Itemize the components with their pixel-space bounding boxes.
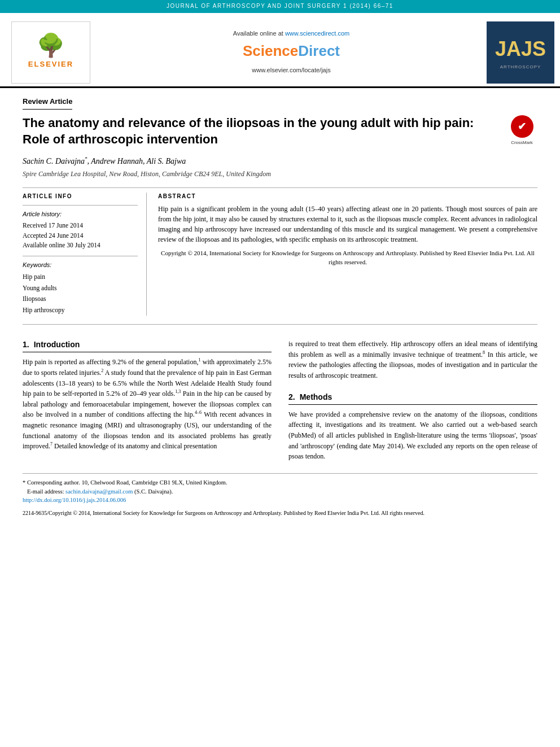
email-link[interactable]: sachin.daivajna@gmail.com xyxy=(65,488,133,495)
title-area: The anatomy and relevance of the iliopso… xyxy=(23,115,537,147)
elsevier-journal-url: www.elsevier.com/locate/jajs xyxy=(252,66,330,75)
introduction-heading: 1. Introduction xyxy=(23,339,272,352)
divider-info xyxy=(23,205,138,206)
footer-copyright: 2214-9635/Copyright © 2014, Internationa… xyxy=(23,509,537,517)
abstract-heading: ABSTRACT xyxy=(158,193,537,201)
available-online-text: Available online at www.sciencedirect.co… xyxy=(233,29,349,38)
introduction-column: 1. Introduction Hip pain is reported as … xyxy=(23,339,272,462)
doi-link[interactable]: http://dx.doi.org/10.1016/j.jajs.2014.06… xyxy=(23,497,126,503)
intro-title: Introduction xyxy=(34,339,80,350)
info-abstract-columns: ARTICLE INFO Article history: Received 1… xyxy=(23,193,537,316)
journal-logo-box: JAJS ARTHROSCOPY xyxy=(487,21,554,84)
affiliation-line: Spire Cambridge Lea Hospital, New Road, … xyxy=(23,169,537,179)
doi-note: http://dx.doi.org/10.1016/j.jajs.2014.06… xyxy=(23,496,537,505)
article-info-panel: ARTICLE INFO Article history: Received 1… xyxy=(23,193,147,316)
journal-logo-subtitle: ARTHROSCOPY xyxy=(500,64,541,71)
article-history-label: Article history: xyxy=(23,210,138,219)
journal-logo-text: JAJS xyxy=(495,34,546,64)
keywords-list: Hip pain Young adults Iliopsoas Hip arth… xyxy=(23,272,138,316)
abstract-panel: ABSTRACT Hip pain is a significant probl… xyxy=(158,193,537,316)
methods-heading: 2. Methods xyxy=(288,391,537,405)
keyword-4: Hip arthroscopy xyxy=(23,305,138,316)
elsevier-wordmark: ELSEVIER xyxy=(28,59,73,70)
authors-line: Sachin C. Daivajna*, Andrew Hannah, Ali … xyxy=(23,156,537,168)
journal-logo-area: JAJS ARTHROSCOPY xyxy=(481,19,560,86)
sciencedirect-url-link[interactable]: www.sciencedirect.com xyxy=(285,30,349,37)
journal-bar-text: JOURNAL OF ARTHROSCOPY AND JOINT SURGERY… xyxy=(167,3,393,9)
intro-paragraph-2: is required to treat them effectively. H… xyxy=(288,339,537,381)
received-date: Received 17 June 2014 xyxy=(23,221,138,230)
elsevier-logo-box: 🌳 ELSEVIER xyxy=(11,21,90,84)
article-info-heading: ARTICLE INFO xyxy=(23,193,138,201)
methods-num: 2. xyxy=(288,391,295,403)
abstract-copyright: Copyright © 2014, International Society … xyxy=(158,249,537,267)
divider-body xyxy=(23,324,537,325)
article-title: The anatomy and relevance of the iliopso… xyxy=(23,115,498,147)
corresponding-author-note: * Corresponding author. 10, Chelwood Roa… xyxy=(23,478,537,487)
keyword-2: Young adults xyxy=(23,283,138,294)
page-header: 🌳 ELSEVIER Available online at www.scien… xyxy=(0,13,560,88)
journal-bar: JOURNAL OF ARTHROSCOPY AND JOINT SURGERY… xyxy=(0,0,560,13)
intro-paragraph-1: Hip pain is reported as affecting 9.2% o… xyxy=(23,357,272,451)
author-names: Sachin C. Daivajna*, Andrew Hannah, Ali … xyxy=(23,157,186,165)
accepted-date: Accepted 24 June 2014 xyxy=(23,231,138,241)
sciencedirect-brand: ScienceDirect xyxy=(243,41,340,62)
main-content: Review Article The anatomy and relevance… xyxy=(0,88,560,529)
crossmark-area: ✔ CrossMark xyxy=(506,115,537,146)
divider-keywords xyxy=(23,256,138,256)
elsevier-logo-area: 🌳 ELSEVIER xyxy=(0,19,102,86)
crossmark-label: CrossMark xyxy=(511,139,533,146)
divider-1 xyxy=(23,187,537,188)
intro-num: 1. xyxy=(23,339,29,350)
keywords-label: Keywords: xyxy=(23,261,138,270)
email-note: E-mail address: sachin.daivajna@gmail.co… xyxy=(23,487,537,496)
methods-title: Methods xyxy=(300,391,333,403)
methods-text: We have provided a comprehensive review … xyxy=(288,409,537,462)
body-columns: 1. Introduction Hip pain is reported as … xyxy=(23,339,537,462)
review-article-label: Review Article xyxy=(23,97,72,110)
keyword-3: Iliopsoas xyxy=(23,294,138,305)
keyword-1: Hip pain xyxy=(23,272,138,283)
footnote-area: * Corresponding author. 10, Chelwood Roa… xyxy=(23,473,537,517)
available-online-date: Available online 30 July 2014 xyxy=(23,241,138,250)
methods-column: is required to treat them effectively. H… xyxy=(288,339,537,462)
crossmark-icon: ✔ xyxy=(511,115,533,138)
abstract-text: Hip pain is a significant problem in the… xyxy=(158,204,537,244)
elsevier-tree-icon: 🌳 xyxy=(37,34,65,57)
sciencedirect-area: Available online at www.sciencedirect.co… xyxy=(102,19,481,86)
